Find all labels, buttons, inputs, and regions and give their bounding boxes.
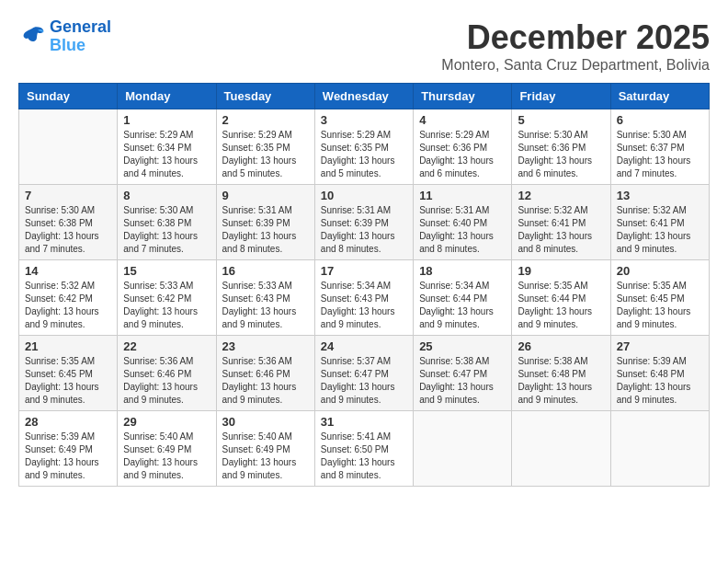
- day-number: 13: [617, 189, 703, 202]
- calendar-header-row: SundayMondayTuesdayWednesdayThursdayFrid…: [19, 84, 710, 109]
- day-info: Sunrise: 5:35 AM Sunset: 6:45 PM Dayligh…: [617, 280, 703, 331]
- calendar-week-3: 14Sunrise: 5:32 AM Sunset: 6:42 PM Dayli…: [19, 260, 710, 336]
- calendar-cell: 25Sunrise: 5:38 AM Sunset: 6:47 PM Dayli…: [414, 336, 512, 411]
- day-info: Sunrise: 5:38 AM Sunset: 6:48 PM Dayligh…: [518, 355, 604, 407]
- day-info: Sunrise: 5:29 AM Sunset: 6:36 PM Dayligh…: [419, 129, 506, 180]
- day-number: 10: [321, 189, 407, 202]
- calendar-cell: 29Sunrise: 5:40 AM Sunset: 6:49 PM Dayli…: [118, 411, 216, 487]
- day-number: 4: [419, 113, 506, 127]
- calendar-cell: 27Sunrise: 5:39 AM Sunset: 6:48 PM Dayli…: [610, 336, 709, 411]
- calendar-cell: 18Sunrise: 5:34 AM Sunset: 6:44 PM Dayli…: [414, 260, 512, 336]
- header-monday: Monday: [118, 84, 216, 109]
- month-title: December 2025: [441, 18, 710, 57]
- day-number: 18: [419, 264, 506, 278]
- location-title: Montero, Santa Cruz Department, Bolivia: [441, 57, 710, 74]
- day-info: Sunrise: 5:31 AM Sunset: 6:40 PM Dayligh…: [419, 204, 506, 256]
- header-wednesday: Wednesday: [314, 84, 413, 109]
- day-number: 28: [25, 415, 111, 429]
- calendar-cell: 10Sunrise: 5:31 AM Sunset: 6:39 PM Dayli…: [314, 185, 413, 260]
- calendar-cell: 31Sunrise: 5:41 AM Sunset: 6:50 PM Dayli…: [314, 411, 413, 487]
- day-number: 2: [222, 113, 309, 127]
- header-sunday: Sunday: [19, 84, 118, 109]
- day-number: 12: [518, 189, 604, 202]
- calendar-cell: 11Sunrise: 5:31 AM Sunset: 6:40 PM Dayli…: [414, 185, 512, 260]
- day-number: 26: [518, 339, 604, 353]
- calendar-cell: 16Sunrise: 5:33 AM Sunset: 6:43 PM Dayli…: [216, 260, 314, 336]
- day-info: Sunrise: 5:38 AM Sunset: 6:47 PM Dayligh…: [419, 355, 506, 407]
- calendar-cell: [414, 411, 512, 487]
- calendar-cell: 4Sunrise: 5:29 AM Sunset: 6:36 PM Daylig…: [414, 109, 512, 185]
- day-info: Sunrise: 5:34 AM Sunset: 6:43 PM Dayligh…: [321, 280, 407, 331]
- day-number: 19: [518, 264, 604, 278]
- logo: General Blue: [18, 18, 111, 55]
- calendar-cell: 13Sunrise: 5:32 AM Sunset: 6:41 PM Dayli…: [610, 185, 709, 260]
- calendar-cell: 30Sunrise: 5:40 AM Sunset: 6:49 PM Dayli…: [216, 411, 314, 487]
- calendar-cell: 23Sunrise: 5:36 AM Sunset: 6:46 PM Dayli…: [216, 336, 314, 411]
- calendar-cell: 24Sunrise: 5:37 AM Sunset: 6:47 PM Dayli…: [314, 336, 413, 411]
- day-info: Sunrise: 5:39 AM Sunset: 6:48 PM Dayligh…: [617, 355, 703, 407]
- day-number: 23: [222, 339, 309, 353]
- day-number: 3: [321, 113, 407, 127]
- header-thursday: Thursday: [414, 84, 512, 109]
- logo-text: General Blue: [50, 18, 111, 55]
- day-number: 22: [123, 339, 210, 353]
- day-number: 7: [25, 189, 111, 202]
- day-info: Sunrise: 5:40 AM Sunset: 6:49 PM Dayligh…: [123, 431, 210, 482]
- day-info: Sunrise: 5:36 AM Sunset: 6:46 PM Dayligh…: [222, 355, 309, 407]
- logo-icon: [18, 23, 46, 51]
- day-number: 15: [123, 264, 210, 278]
- day-number: 16: [222, 264, 309, 278]
- day-number: 14: [25, 264, 111, 278]
- day-number: 27: [617, 339, 703, 353]
- calendar-cell: 8Sunrise: 5:30 AM Sunset: 6:38 PM Daylig…: [118, 185, 216, 260]
- day-info: Sunrise: 5:31 AM Sunset: 6:39 PM Dayligh…: [321, 204, 407, 256]
- day-info: Sunrise: 5:33 AM Sunset: 6:42 PM Dayligh…: [123, 280, 210, 331]
- day-number: 25: [419, 339, 506, 353]
- calendar-cell: [610, 411, 709, 487]
- page-header: General Blue December 2025 Montero, Sant…: [18, 18, 710, 74]
- day-info: Sunrise: 5:35 AM Sunset: 6:45 PM Dayligh…: [25, 355, 111, 407]
- calendar-cell: 1Sunrise: 5:29 AM Sunset: 6:34 PM Daylig…: [118, 109, 216, 185]
- calendar-cell: 5Sunrise: 5:30 AM Sunset: 6:36 PM Daylig…: [512, 109, 610, 185]
- calendar-cell: 9Sunrise: 5:31 AM Sunset: 6:39 PM Daylig…: [216, 185, 314, 260]
- day-number: 11: [419, 189, 506, 202]
- day-number: 8: [123, 189, 210, 202]
- day-info: Sunrise: 5:35 AM Sunset: 6:44 PM Dayligh…: [518, 280, 604, 331]
- day-info: Sunrise: 5:34 AM Sunset: 6:44 PM Dayligh…: [419, 280, 506, 331]
- header-friday: Friday: [512, 84, 610, 109]
- day-info: Sunrise: 5:32 AM Sunset: 6:41 PM Dayligh…: [518, 204, 604, 256]
- calendar-cell: 2Sunrise: 5:29 AM Sunset: 6:35 PM Daylig…: [216, 109, 314, 185]
- calendar-cell: 20Sunrise: 5:35 AM Sunset: 6:45 PM Dayli…: [610, 260, 709, 336]
- calendar-week-4: 21Sunrise: 5:35 AM Sunset: 6:45 PM Dayli…: [19, 336, 710, 411]
- day-info: Sunrise: 5:30 AM Sunset: 6:36 PM Dayligh…: [518, 129, 604, 180]
- calendar-cell: 6Sunrise: 5:30 AM Sunset: 6:37 PM Daylig…: [610, 109, 709, 185]
- day-number: 1: [123, 113, 210, 127]
- day-info: Sunrise: 5:37 AM Sunset: 6:47 PM Dayligh…: [321, 355, 407, 407]
- calendar-cell: 12Sunrise: 5:32 AM Sunset: 6:41 PM Dayli…: [512, 185, 610, 260]
- calendar-cell: [512, 411, 610, 487]
- day-info: Sunrise: 5:39 AM Sunset: 6:49 PM Dayligh…: [25, 431, 111, 482]
- header-tuesday: Tuesday: [216, 84, 314, 109]
- day-info: Sunrise: 5:33 AM Sunset: 6:43 PM Dayligh…: [222, 280, 309, 331]
- day-info: Sunrise: 5:30 AM Sunset: 6:37 PM Dayligh…: [617, 129, 703, 180]
- day-number: 5: [518, 113, 604, 127]
- day-info: Sunrise: 5:29 AM Sunset: 6:35 PM Dayligh…: [321, 129, 407, 180]
- day-info: Sunrise: 5:29 AM Sunset: 6:35 PM Dayligh…: [222, 129, 309, 180]
- calendar-cell: 19Sunrise: 5:35 AM Sunset: 6:44 PM Dayli…: [512, 260, 610, 336]
- calendar-cell: 14Sunrise: 5:32 AM Sunset: 6:42 PM Dayli…: [19, 260, 118, 336]
- day-number: 6: [617, 113, 703, 127]
- title-area: December 2025 Montero, Santa Cruz Depart…: [441, 18, 710, 74]
- calendar-week-1: 1Sunrise: 5:29 AM Sunset: 6:34 PM Daylig…: [19, 109, 710, 185]
- day-info: Sunrise: 5:40 AM Sunset: 6:49 PM Dayligh…: [222, 431, 309, 482]
- day-info: Sunrise: 5:30 AM Sunset: 6:38 PM Dayligh…: [123, 204, 210, 256]
- calendar-cell: 3Sunrise: 5:29 AM Sunset: 6:35 PM Daylig…: [314, 109, 413, 185]
- calendar-cell: 17Sunrise: 5:34 AM Sunset: 6:43 PM Dayli…: [314, 260, 413, 336]
- calendar-cell: 21Sunrise: 5:35 AM Sunset: 6:45 PM Dayli…: [19, 336, 118, 411]
- day-number: 24: [321, 339, 407, 353]
- calendar-cell: 15Sunrise: 5:33 AM Sunset: 6:42 PM Dayli…: [118, 260, 216, 336]
- calendar-cell: 22Sunrise: 5:36 AM Sunset: 6:46 PM Dayli…: [118, 336, 216, 411]
- day-number: 30: [222, 415, 309, 429]
- day-info: Sunrise: 5:31 AM Sunset: 6:39 PM Dayligh…: [222, 204, 309, 256]
- calendar: SundayMondayTuesdayWednesdayThursdayFrid…: [18, 83, 710, 487]
- calendar-cell: 28Sunrise: 5:39 AM Sunset: 6:49 PM Dayli…: [19, 411, 118, 487]
